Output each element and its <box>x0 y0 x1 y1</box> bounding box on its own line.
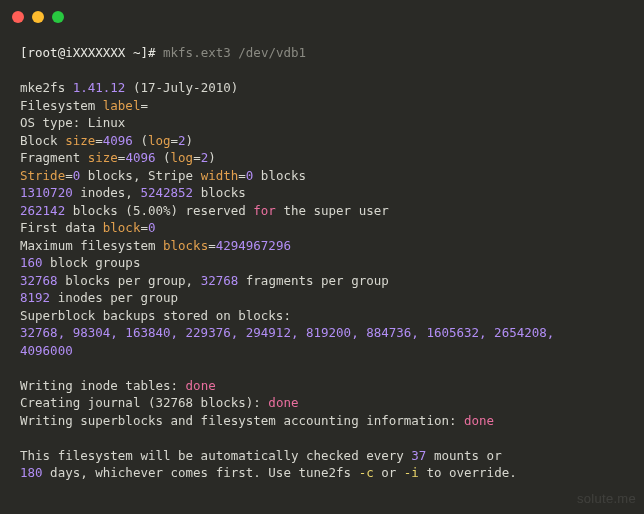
backup-list-1: 32768, 98304, 163840, 229376, 294912, 81… <box>20 325 562 340</box>
backup-header: Superblock backups stored on blocks: <box>20 308 291 323</box>
stride-line: Stride=0 blocks, Stripe width=0 blocks <box>20 168 306 183</box>
watermark: solute.me <box>577 491 636 506</box>
autocheck-line-1: This filesystem will be automatically ch… <box>20 448 502 463</box>
autocheck-line-2: 180 days, whichever comes first. Use tun… <box>20 465 517 480</box>
command-text <box>156 45 164 60</box>
reserved-line: 262142 blocks (5.00%) reserved for the s… <box>20 203 389 218</box>
max-blocks-line: Maximum filesystem blocks=4294967296 <box>20 238 291 253</box>
first-data-block-line: First data block=0 <box>20 220 156 235</box>
os-type-line: OS type: Linux <box>20 115 125 130</box>
close-icon[interactable] <box>12 11 24 23</box>
inodes-blocks-line: 1310720 inodes, 5242852 blocks <box>20 185 246 200</box>
terminal-window: [root@iXXXXXXX ~]# mkfs.ext3 /dev/vdb1 m… <box>0 0 644 514</box>
journal-line: Creating journal (32768 blocks): done <box>20 395 298 410</box>
fs-label-line: Filesystem label= <box>20 98 148 113</box>
command: mkfs.ext3 /dev/vdb1 <box>163 45 306 60</box>
block-groups-line: 160 block groups <box>20 255 140 270</box>
inodes-per-group-line: 8192 inodes per group <box>20 290 178 305</box>
prompt: [root@iXXXXXXX ~]# <box>20 45 156 60</box>
minimize-icon[interactable] <box>32 11 44 23</box>
superblocks-line: Writing superblocks and filesystem accou… <box>20 413 494 428</box>
block-size-line: Block size=4096 (log=2) <box>20 133 193 148</box>
per-group-line: 32768 blocks per group, 32768 fragments … <box>20 273 389 288</box>
maximize-icon[interactable] <box>52 11 64 23</box>
writing-inode-line: Writing inode tables: done <box>20 378 216 393</box>
backup-list-2: 4096000 <box>20 343 73 358</box>
version-line: mke2fs 1.41.12 (17-July-2010) <box>20 80 238 95</box>
terminal-output[interactable]: [root@iXXXXXXX ~]# mkfs.ext3 /dev/vdb1 m… <box>0 34 644 496</box>
window-titlebar <box>0 0 644 34</box>
fragment-size-line: Fragment size=4096 (log=2) <box>20 150 216 165</box>
